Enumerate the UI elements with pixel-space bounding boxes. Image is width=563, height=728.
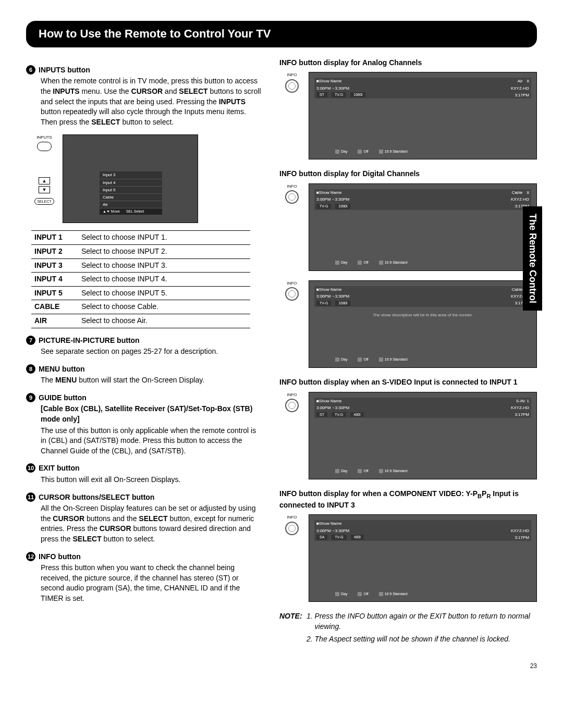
menu-heading-text: MENU button	[39, 364, 85, 375]
table-row: INPUT 4Select to choose INPUT 4.	[31, 273, 250, 287]
remote-sidebar: INPUTS ▲ ▼ SELECT	[26, 134, 63, 208]
inputs-button-label: INPUTS	[26, 134, 63, 140]
info-button-icon	[285, 79, 299, 93]
svideo-display: INFO ■Show NameS-IN: 1 3:00PM→3:30PMKXYZ…	[279, 392, 537, 479]
section-guide-heading: 9 GUIDE button	[26, 393, 264, 403]
pip-heading-text: PICTURE-IN-PICTURE button	[39, 336, 140, 346]
tv-screen-graphic: Input 3 Input 4 Input 5 Cable Air ▲▼ Mov…	[63, 134, 198, 223]
inputs-menu-list: Input 3 Input 4 Input 5 Cable Air ▲▼ Mov…	[100, 171, 162, 215]
show-name: ■Show Name	[316, 78, 341, 84]
pip-body: See separate section on pages 25-27 for …	[41, 347, 264, 357]
section-info-heading: 12 INFO button	[26, 552, 264, 562]
num-11: 11	[26, 492, 35, 502]
select-button-icon: SELECT	[34, 198, 54, 205]
num-9: 9	[26, 393, 35, 402]
section-inputs-heading: 6 INPUTS button	[26, 65, 264, 76]
inputs-table: INPUT 1Select to choose INPUT 1. INPUT 2…	[31, 230, 250, 328]
menu-item: Input 4	[100, 179, 162, 187]
component-heading: INFO button display for when a COMPONENT…	[279, 489, 537, 511]
exit-body: This button will exit all On-Screen Disp…	[41, 475, 264, 485]
page-title-bar: How to Use the Remote to Control Your TV	[26, 21, 537, 47]
table-row: INPUT 5Select to choose INPUT 5.	[31, 286, 250, 300]
left-column: 6 INPUTS button When the remote control …	[26, 58, 264, 646]
info-button-col: INFO	[279, 72, 304, 93]
time-range: 3:00PM→3:30PM	[316, 85, 349, 91]
right-column: INFO button display for Analog Channels …	[279, 58, 537, 646]
num-12: 12	[26, 552, 35, 561]
exit-heading-text: EXIT button	[39, 463, 80, 474]
cursor-body: All the On-Screen Display features can b…	[41, 503, 264, 544]
info-footer: DayOff16:9 Standard	[335, 149, 408, 154]
component-screen: ■Show Name 3:00PM→3:30PMKXYZ-HD SATV-G48…	[309, 514, 537, 602]
section-menu-heading: 8 MENU button	[26, 364, 264, 375]
table-row: INPUT 2Select to choose INPUT 2.	[31, 244, 250, 258]
side-tab: The Remote Control	[523, 206, 542, 311]
menu-item: Air	[100, 201, 162, 208]
info-button-icon	[285, 287, 299, 301]
table-row: INPUT 3Select to choose INPUT 3.	[31, 258, 250, 273]
channel-id: KXYZ-HD	[511, 85, 529, 91]
note-label: NOTE:	[279, 611, 302, 646]
table-row: INPUT 1Select to choose INPUT 1.	[31, 231, 250, 245]
clock: 3:17PM	[515, 92, 529, 98]
info-button-icon	[285, 522, 299, 535]
num-10: 10	[26, 463, 35, 473]
section-exit-heading: 10 EXIT button	[26, 463, 264, 474]
analog-display: INFO ■Show NameAir8 3:00PM→3:30PMKXYZ-HD…	[279, 72, 537, 159]
inputs-body: When the remote control is in TV mode, p…	[41, 76, 264, 127]
menu-foot-select: SEL Select	[126, 209, 144, 214]
menu-item: Cable	[100, 194, 162, 201]
num-8: 8	[26, 364, 35, 374]
guide-heading-text: GUIDE button	[39, 393, 87, 403]
menu-item: Input 5	[100, 187, 162, 194]
up-arrow-icon: ▲	[39, 177, 50, 184]
inputs-menu-graphic: INPUTS ▲ ▼ SELECT Input 3 Input 4 Input …	[26, 134, 264, 223]
info-button-label: INFO	[279, 72, 304, 78]
analog-heading: INFO button display for Analog Channels	[279, 58, 537, 68]
info-button-icon	[285, 190, 299, 204]
digital-display-1: INFO ■Show NameCable8 3:00PM→3:30PMKXYZ-…	[279, 183, 537, 271]
num-6: 6	[26, 65, 35, 75]
digital-heading: INFO button display for Digital Channels	[279, 169, 537, 179]
svideo-heading: INFO button display when an S-VIDEO Inpu…	[279, 377, 537, 388]
table-row: AIRSelect to choose Air.	[31, 314, 250, 328]
show-description: The show description will be in this are…	[314, 312, 531, 318]
info-heading-text: INFO button	[39, 552, 81, 562]
digital-display-2: INFO ■Show NameCable8 3:00PM→3:30PMKXYZ-…	[279, 280, 537, 368]
note-item-2: The Aspect setting will not be shown if …	[315, 634, 537, 645]
menu-foot-move: ▲▼ Move	[103, 209, 120, 214]
menu-footer: ▲▼ Move SEL Select	[100, 208, 162, 215]
page-title: How to Use the Remote to Control Your TV	[39, 27, 271, 40]
menu-item: Input 3	[100, 171, 162, 179]
table-row: CABLESelect to choose Cable.	[31, 300, 250, 314]
inputs-heading-text: INPUTS button	[39, 65, 90, 76]
down-arrow-icon: ▼	[39, 186, 50, 193]
info-button-icon	[285, 399, 299, 412]
page-number: 23	[26, 662, 537, 671]
note-item-1: Press the INFO button again or the EXIT …	[315, 611, 537, 632]
cursor-heading-text: CURSOR buttons/SELECT button	[39, 492, 154, 503]
num-7: 7	[26, 336, 35, 345]
section-cursor-heading: 11 CURSOR buttons/SELECT button	[26, 492, 264, 503]
guide-subheading: [Cable Box (CBL), Satellite Receiver (SA…	[41, 404, 264, 424]
menu-body: The MENU button will start the On-Screen…	[41, 375, 264, 386]
info-body: Press this button when you want to check…	[41, 563, 264, 603]
digital-screen-2: ■Show NameCable8 3:00PM→3:30PMKXYZ-HD TV…	[309, 280, 537, 368]
note-block: NOTE: Press the INFO button again or the…	[279, 611, 537, 646]
section-pip-heading: 7 PICTURE-IN-PICTURE button	[26, 336, 264, 346]
digital-screen-1: ■Show NameCable8 3:00PM→3:30PMKXYZ-HD TV…	[309, 183, 537, 271]
component-display: INFO ■Show Name 3:00PM→3:30PMKXYZ-HD SAT…	[279, 514, 537, 602]
svideo-screen: ■Show NameS-IN: 1 3:00PM→3:30PMKXYZ-HD S…	[309, 392, 537, 479]
inputs-button-icon	[37, 142, 52, 151]
analog-screen: ■Show NameAir8 3:00PM→3:30PMKXYZ-HD STTV…	[309, 72, 537, 159]
guide-body: The use of this button is only applicabl…	[41, 426, 264, 456]
